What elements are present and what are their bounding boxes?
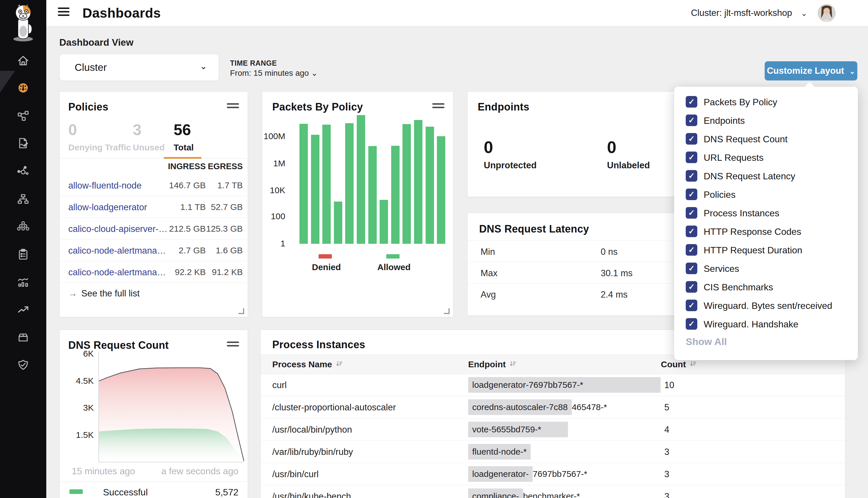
sidebar-item-compliance[interactable] xyxy=(16,248,30,261)
time-range-label: TIME RANGE xyxy=(230,59,277,67)
policy-name-link[interactable]: allow-fluentd-node xyxy=(68,181,142,191)
successful-legend-label: Successful xyxy=(103,487,148,498)
layout-menu-item-label: URL Requests xyxy=(704,153,764,163)
dashboard-view-select[interactable]: Cluster ⌄ xyxy=(59,54,219,81)
policy-name-link[interactable]: calico-node-alertmana… xyxy=(68,246,166,256)
policies-stat-denying[interactable]: 0 Denying Traffic xyxy=(68,121,131,153)
checkbox-checked-icon[interactable]: ✓ xyxy=(686,207,697,219)
process-row: /cluster-proportional-autoscalercoredns-… xyxy=(261,396,845,418)
sort-count[interactable]: Count xyxy=(661,359,697,369)
checkbox-checked-icon[interactable]: ✓ xyxy=(686,170,697,182)
allowed-bar xyxy=(311,135,320,244)
calico-cat-logo[interactable] xyxy=(6,3,40,42)
drag-handle-icon[interactable] xyxy=(227,103,239,109)
process-count: 3 xyxy=(664,469,669,480)
denied-legend-swatch[interactable] xyxy=(319,254,332,259)
see-full-list-link[interactable]: →See the full list xyxy=(68,288,140,299)
process-name: /usr/bin/curl xyxy=(272,469,319,480)
checkbox-checked-icon[interactable]: ✓ xyxy=(686,318,697,330)
sidebar-item-service-graph[interactable] xyxy=(16,165,30,179)
sort-endpoint[interactable]: Endpoint xyxy=(468,359,516,369)
chevron-down-icon: ⌄ xyxy=(801,9,807,18)
endpoints-stat-unprotected: 0 Unprotected xyxy=(484,137,537,171)
checkbox-checked-icon[interactable]: ✓ xyxy=(686,263,697,274)
policy-ingress-value: 146.7 GB xyxy=(169,181,206,190)
checkbox-checked-icon[interactable]: ✓ xyxy=(686,188,697,200)
layout-menu-item-label: Endpoints xyxy=(704,115,745,126)
policies-stat-total[interactable]: 56 Total xyxy=(173,121,194,153)
policy-name-link[interactable]: allow-loadgenerator xyxy=(68,202,147,212)
sidebar-item-namespaces[interactable] xyxy=(16,220,30,234)
layout-menu-item-label: CIS Benchmarks xyxy=(704,282,773,293)
policies-card-title: Policies xyxy=(68,101,108,113)
active-tab-underline xyxy=(164,157,202,159)
policy-egress-value: 125.3 GB xyxy=(206,224,243,234)
show-all-link[interactable]: Show All xyxy=(686,336,727,347)
checkbox-checked-icon[interactable]: ✓ xyxy=(686,152,697,163)
checkbox-checked-icon[interactable]: ✓ xyxy=(686,115,697,126)
sidebar-item-home[interactable] xyxy=(16,54,30,68)
sidebar-item-network-topology[interactable] xyxy=(16,192,30,206)
checkbox-checked-icon[interactable]: ✓ xyxy=(686,133,697,145)
policy-egress-value: 1.6 GB xyxy=(216,246,243,255)
endpoint-cell: compliance-benchmarker-* xyxy=(468,488,580,498)
allowed-bar xyxy=(437,136,445,244)
y-axis-tick: 1 xyxy=(262,239,285,248)
time-range-value[interactable]: From: 15 minutes ago ⌄ xyxy=(230,68,318,78)
policies-card: Policies 0 Denying Traffic 3 Unused 56 T… xyxy=(59,91,248,317)
user-avatar[interactable] xyxy=(818,4,835,22)
process-count: 4 xyxy=(664,424,669,435)
page-title: Dashboards xyxy=(82,5,161,21)
sidebar-item-packages[interactable] xyxy=(16,330,30,344)
process-count: 3 xyxy=(664,492,669,498)
policy-egress-value: 52.7 GB xyxy=(211,202,243,212)
sidebar-item-policy-editor[interactable] xyxy=(16,136,30,150)
process-count: 5 xyxy=(664,402,669,413)
resize-handle[interactable] xyxy=(444,308,450,314)
latency-metric-value: 0 ns xyxy=(601,247,618,257)
endpoint-highlight: vote-5655bd759-* xyxy=(468,422,568,437)
latency-metric-label: Avg xyxy=(481,289,496,300)
policy-ingress-value: 92.2 KB xyxy=(175,267,206,277)
checkbox-checked-icon[interactable]: ✓ xyxy=(686,300,697,311)
policy-name-link[interactable]: calico-cloud-apiserver-… xyxy=(68,224,168,234)
sort-process-name[interactable]: Process Name xyxy=(272,359,342,369)
allowed-legend-swatch[interactable] xyxy=(386,254,400,259)
allowed-legend-label[interactable]: Allowed xyxy=(377,262,411,272)
dashboard-page: Dashboards Cluster: jlt-msft-workshop ⌄ … xyxy=(0,0,868,498)
checkbox-checked-icon[interactable]: ✓ xyxy=(686,96,697,108)
endpoint-cell: loadgenerator-7697bb7567-* xyxy=(468,466,587,482)
process-row: /usr/bin/curlloadgenerator-7697bb7567-*3 xyxy=(261,463,845,485)
checkbox-checked-icon[interactable]: ✓ xyxy=(686,281,697,293)
latency-metric-value: 30.1 ms xyxy=(601,268,633,278)
policy-row: calico-node-alertmana…92.2 KB91.2 KB xyxy=(60,261,248,283)
sidebar-item-network-sets[interactable] xyxy=(16,109,30,123)
dashboard-view-select-value: Cluster xyxy=(75,62,107,73)
cluster-selector[interactable]: Cluster: jlt-msft-workshop ⌄ xyxy=(691,8,807,18)
packets-by-policy-card: Packets By Policy 100M1M10K1001 Denied A… xyxy=(262,91,453,317)
allowed-bar xyxy=(402,124,411,244)
sidebar-item-dashboards-active[interactable] xyxy=(16,81,30,95)
successful-legend-swatch xyxy=(69,489,83,494)
layout-menu-item-label: Services xyxy=(704,263,739,274)
customize-layout-button[interactable]: Customize Layout⌄ xyxy=(765,61,857,80)
chevron-down-icon: ⌄ xyxy=(200,61,207,71)
ingress-column-header: INGRESS xyxy=(168,162,206,171)
policies-stat-unused[interactable]: 3 Unused xyxy=(133,121,165,153)
policy-name-link[interactable]: calico-node-alertmana… xyxy=(68,267,166,278)
latency-metric-label: Min xyxy=(481,247,495,257)
process-name: curl xyxy=(272,380,287,390)
menu-notch xyxy=(804,82,815,93)
allowed-bar xyxy=(345,123,353,244)
endpoint-cell: fluentd-node-* xyxy=(468,444,531,460)
checkbox-checked-icon[interactable]: ✓ xyxy=(686,244,697,255)
resize-handle[interactable] xyxy=(238,308,244,314)
process-row: /usr/bin/kube-benchcompliance-benchmarke… xyxy=(261,485,845,498)
menu-hamburger-icon[interactable] xyxy=(58,8,69,18)
sidebar-item-threat-trend[interactable] xyxy=(16,303,30,317)
sidebar-item-security[interactable] xyxy=(16,358,30,372)
policy-row: calico-node-alertmana…2.7 GB1.6 GB xyxy=(60,239,248,261)
sidebar-item-flow-logs[interactable] xyxy=(16,275,30,289)
checkbox-checked-icon[interactable]: ✓ xyxy=(686,226,697,237)
denied-legend-label[interactable]: Denied xyxy=(312,262,341,272)
